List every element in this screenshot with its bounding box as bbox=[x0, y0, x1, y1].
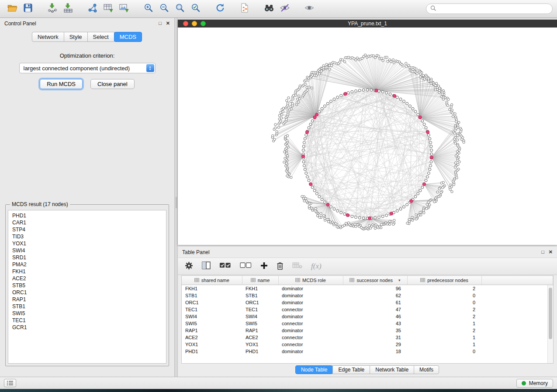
column-header-name[interactable]: name bbox=[242, 276, 278, 285]
result-list-item[interactable]: GCR1 bbox=[12, 324, 162, 331]
new-table-button[interactable] bbox=[100, 2, 116, 16]
sort-arrow-icon[interactable]: ▾ bbox=[398, 278, 401, 282]
tab-network-table[interactable]: Network Table bbox=[370, 365, 414, 374]
checked-boxes-icon bbox=[219, 262, 231, 271]
column-type-icon bbox=[295, 278, 300, 282]
close-window-icon[interactable] bbox=[183, 21, 188, 26]
result-list-item[interactable]: SWI5 bbox=[12, 310, 162, 317]
zoom-fit-button[interactable] bbox=[172, 2, 188, 16]
result-list-item[interactable]: TID3 bbox=[12, 233, 162, 240]
result-list-item[interactable]: SRD1 bbox=[12, 254, 162, 261]
table-toolbar: f(x) bbox=[178, 258, 557, 275]
table-scrollbar[interactable] bbox=[547, 285, 553, 363]
result-list-item[interactable]: FKH1 bbox=[12, 268, 162, 275]
result-list-item[interactable]: ORC1 bbox=[12, 289, 162, 296]
table-panel-title: Table Panel bbox=[182, 249, 210, 255]
zoom-fit-icon bbox=[175, 3, 185, 14]
table-row-SWI4[interactable]: SWI4SWI4dominator462 bbox=[182, 313, 553, 320]
column-header-predecessor-nodes[interactable]: predecessor nodes bbox=[407, 276, 481, 285]
result-list-item[interactable]: PMA2 bbox=[12, 261, 162, 268]
new-network-button[interactable] bbox=[85, 2, 100, 16]
tab-node-table[interactable]: Node Table bbox=[295, 365, 333, 374]
table-row-TEC1[interactable]: TEC1TEC1connector472 bbox=[182, 306, 553, 313]
close-panel-button[interactable]: Close panel bbox=[90, 79, 135, 89]
toolbar-search[interactable] bbox=[426, 3, 553, 14]
column-header-successor-nodes[interactable]: successor nodes▾ bbox=[343, 276, 407, 285]
network-view-window: YPA_prune.txt_1 bbox=[178, 20, 557, 245]
zoom-selected-button[interactable] bbox=[188, 2, 204, 16]
import-network-button[interactable] bbox=[45, 2, 60, 16]
memory-button-label: Memory bbox=[529, 380, 548, 386]
select-all-columns-button[interactable] bbox=[219, 260, 231, 272]
run-mcds-button[interactable]: Run MCDS bbox=[40, 79, 83, 89]
find-button[interactable] bbox=[261, 2, 277, 16]
table-row-SWI5[interactable]: SWI5SWI5connector431 bbox=[182, 320, 553, 327]
result-list-item[interactable]: STP4 bbox=[12, 226, 162, 233]
zoom-selected-icon bbox=[191, 3, 201, 14]
result-list-item[interactable]: STB1 bbox=[12, 303, 162, 310]
column-header-shared-name[interactable]: shared name bbox=[182, 276, 242, 285]
result-list-item[interactable]: YOX1 bbox=[12, 240, 162, 247]
result-list-item[interactable]: CAR1 bbox=[12, 219, 162, 226]
result-list-item[interactable]: SWI4 bbox=[12, 247, 162, 254]
table-row-FKH1[interactable]: FKH1FKH1dominator962 bbox=[182, 285, 553, 292]
table-row-RAP1[interactable]: RAP1RAP1dominator352 bbox=[182, 327, 553, 334]
deselect-all-columns-button[interactable] bbox=[240, 260, 252, 272]
table-row-ACE2[interactable]: ACE2ACE2connector311 bbox=[182, 334, 553, 341]
open-file-button[interactable] bbox=[4, 2, 20, 16]
tab-mcds[interactable]: MCDS bbox=[114, 32, 142, 42]
result-list-item[interactable]: ACE2 bbox=[12, 275, 162, 282]
network-window-titlebar[interactable]: YPA_prune.txt_1 bbox=[178, 20, 557, 28]
tab-motifs[interactable]: Motifs bbox=[414, 365, 439, 374]
result-list-item[interactable]: TEC1 bbox=[12, 317, 162, 324]
show-graphics-button[interactable] bbox=[301, 2, 317, 16]
result-list-item[interactable]: RAP1 bbox=[12, 296, 162, 303]
float-table-panel-icon[interactable]: □ bbox=[541, 250, 544, 254]
add-column-button[interactable] bbox=[260, 260, 268, 272]
import-table-button[interactable] bbox=[60, 2, 76, 16]
splitter-grip-icon bbox=[176, 197, 177, 208]
refresh-button[interactable] bbox=[212, 2, 228, 16]
close-panel-icon[interactable]: ✕ bbox=[166, 21, 170, 26]
result-list-item[interactable]: STB5 bbox=[12, 282, 162, 289]
memory-status-icon bbox=[522, 381, 526, 385]
close-table-panel-icon[interactable]: ✕ bbox=[549, 250, 553, 254]
save-session-button[interactable] bbox=[20, 2, 36, 16]
hide-graphics-button[interactable] bbox=[277, 2, 293, 16]
unchecked-boxes-icon bbox=[240, 262, 252, 271]
network-graph-canvas[interactable] bbox=[178, 28, 557, 245]
zoom-out-button[interactable] bbox=[156, 2, 172, 16]
tab-style[interactable]: Style bbox=[64, 32, 88, 42]
table-row-PHD1[interactable]: PHD1PHD1dominator180 bbox=[182, 348, 553, 355]
table-settings-button[interactable] bbox=[185, 260, 193, 272]
result-list-item[interactable]: PHD1 bbox=[12, 212, 162, 219]
search-icon bbox=[430, 5, 436, 13]
show-columns-button[interactable] bbox=[202, 260, 211, 272]
table-row-ORC1[interactable]: ORC1ORC1dominator610 bbox=[182, 299, 553, 306]
mcds-result-box: MCDS result (17 nodes) PHD1CAR1STP4TID3Y… bbox=[5, 201, 169, 366]
minimize-window-icon[interactable] bbox=[192, 21, 197, 26]
tab-select[interactable]: Select bbox=[87, 32, 114, 42]
delete-column-button[interactable] bbox=[277, 260, 284, 272]
table-scrollbar-thumb[interactable] bbox=[549, 288, 552, 339]
criterion-dropdown[interactable]: largest connected component (undirected)… bbox=[19, 63, 156, 73]
memory-button[interactable]: Memory bbox=[516, 379, 553, 388]
application-window: Control Panel □ ✕ NetworkStyleSelectMCDS… bbox=[0, 0, 557, 392]
maximize-window-icon[interactable] bbox=[201, 21, 206, 26]
panel-list-button[interactable] bbox=[4, 379, 16, 387]
table-row-STB1[interactable]: STB1STB1dominator620 bbox=[182, 292, 553, 299]
search-input[interactable] bbox=[438, 5, 548, 12]
tab-network[interactable]: Network bbox=[32, 32, 64, 42]
plus-icon bbox=[260, 262, 268, 271]
column-header-MCDS-role[interactable]: MCDS role bbox=[278, 276, 343, 285]
list-icon bbox=[7, 379, 13, 387]
tab-edge-table[interactable]: Edge Table bbox=[332, 365, 370, 374]
float-panel-icon[interactable]: □ bbox=[159, 21, 162, 26]
export-network-button[interactable] bbox=[237, 2, 253, 16]
control-panel-tabs: NetworkStyleSelectMCDS bbox=[0, 32, 174, 42]
zoom-in-button[interactable] bbox=[141, 2, 156, 16]
export-image-button[interactable] bbox=[116, 2, 132, 16]
panel-splitter[interactable] bbox=[175, 18, 178, 377]
mcds-result-list[interactable]: PHD1CAR1STP4TID3YOX1SWI4SRD1PMA2FKH1ACE2… bbox=[8, 210, 166, 364]
table-row-YOX1[interactable]: YOX1YOX1connector291 bbox=[182, 341, 553, 348]
